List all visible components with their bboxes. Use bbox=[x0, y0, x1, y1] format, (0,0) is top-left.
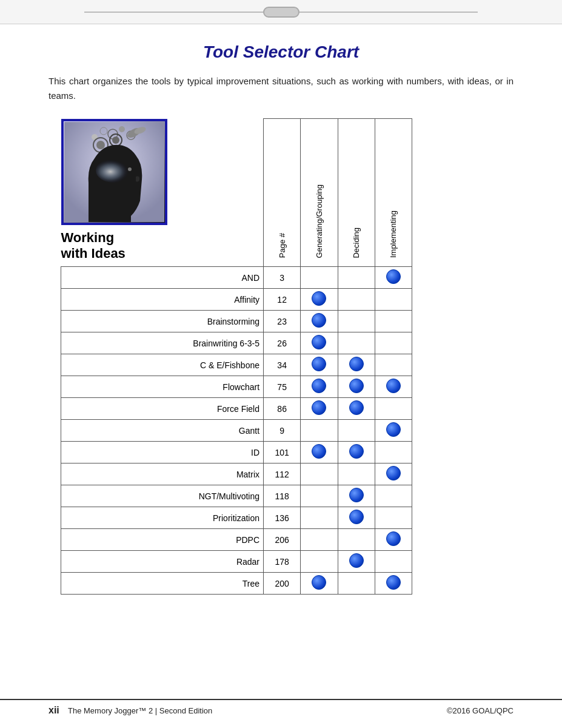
generating-cell bbox=[301, 442, 338, 463]
generating-cell bbox=[301, 332, 338, 354]
page-num-cell: 206 bbox=[264, 529, 301, 551]
tool-name-cell: AND bbox=[61, 267, 264, 289]
table-row: Radar178 bbox=[61, 551, 412, 573]
implementing-cell bbox=[375, 442, 412, 463]
implementing-cell bbox=[375, 463, 412, 485]
tool-name-cell: Tree bbox=[61, 573, 264, 595]
tool-name-cell: Affinity bbox=[61, 289, 264, 311]
table-row: ID101 bbox=[61, 442, 412, 463]
blue-dot bbox=[386, 379, 401, 393]
tool-name-cell: ID bbox=[61, 442, 264, 463]
deciding-cell bbox=[338, 485, 375, 507]
blue-dot bbox=[349, 379, 364, 393]
page-num-cell: 101 bbox=[264, 442, 301, 463]
footer-copyright: ©2016 GOAL/QPC bbox=[447, 706, 513, 715]
blue-dot bbox=[349, 444, 364, 459]
deciding-cell bbox=[338, 289, 375, 311]
tool-name-cell: Force Field bbox=[61, 398, 264, 420]
generating-cell bbox=[301, 420, 338, 442]
blue-dot bbox=[312, 357, 326, 371]
deciding-cell bbox=[338, 311, 375, 332]
col-header-implementing: Implementing bbox=[375, 119, 412, 267]
deciding-cell bbox=[338, 420, 375, 442]
blue-dot bbox=[312, 575, 326, 590]
page-num-cell: 86 bbox=[264, 398, 301, 420]
implementing-cell bbox=[375, 485, 412, 507]
svg-point-9 bbox=[112, 136, 119, 144]
working-with-ideas-label: Working with Ideas bbox=[61, 225, 129, 267]
blue-dot bbox=[312, 335, 326, 349]
blue-dot bbox=[386, 531, 401, 546]
generating-cell bbox=[301, 354, 338, 376]
header-main-cell: Working with Ideas bbox=[61, 119, 264, 267]
blue-dot bbox=[386, 269, 401, 284]
table-row: Matrix112 bbox=[61, 463, 412, 485]
generating-cell bbox=[301, 507, 338, 529]
page-container: Tool Selector Chart This chart organizes… bbox=[0, 0, 562, 728]
table-row: Flowchart75 bbox=[61, 376, 412, 398]
blue-dot bbox=[312, 313, 326, 328]
blue-dot bbox=[386, 466, 401, 480]
col-header-generating: Generating/Grouping bbox=[301, 119, 338, 267]
blue-dot bbox=[312, 379, 326, 393]
page-footer: xii The Memory Jogger™ 2 | Second Editio… bbox=[0, 699, 562, 716]
blue-dot bbox=[349, 510, 364, 524]
deciding-cell bbox=[338, 529, 375, 551]
footer-page-number: xii bbox=[49, 705, 59, 715]
table-row: Prioritization136 bbox=[61, 507, 412, 529]
content-area: Tool Selector Chart This chart organizes… bbox=[0, 24, 562, 631]
deciding-cell bbox=[338, 463, 375, 485]
generating-cell bbox=[301, 398, 338, 420]
table-row: Brainstorming23 bbox=[61, 311, 412, 332]
svg-point-14 bbox=[128, 167, 132, 171]
tool-name-cell: Radar bbox=[61, 551, 264, 573]
generating-cell bbox=[301, 267, 338, 289]
deciding-cell bbox=[338, 573, 375, 595]
header-row: Working with Ideas Page # Generating/Gro… bbox=[61, 119, 412, 267]
blue-dot bbox=[349, 553, 364, 568]
page-num-cell: 9 bbox=[264, 420, 301, 442]
blue-dot bbox=[312, 291, 326, 306]
blue-dot bbox=[349, 357, 364, 371]
page-num-cell: 12 bbox=[264, 289, 301, 311]
table-body: AND3Affinity12Brainstorming23Brainwritin… bbox=[61, 267, 412, 595]
tool-name-cell: C & E/Fishbone bbox=[61, 354, 264, 376]
chart-wrapper: Working with Ideas Page # Generating/Gro… bbox=[61, 118, 513, 595]
tool-name-cell: Matrix bbox=[61, 463, 264, 485]
table-row: PDPC206 bbox=[61, 529, 412, 551]
tool-name-cell: Gantt bbox=[61, 420, 264, 442]
implementing-cell bbox=[375, 376, 412, 398]
footer-book-title: The Memory Jogger™ 2 | Second Edition bbox=[68, 706, 212, 715]
binding-clasp bbox=[263, 7, 299, 18]
intro-text: This chart organizes the tools by typica… bbox=[49, 74, 513, 103]
svg-point-2 bbox=[119, 126, 125, 132]
deciding-cell bbox=[338, 267, 375, 289]
page-num-cell: 75 bbox=[264, 376, 301, 398]
generating-cell bbox=[301, 485, 338, 507]
implementing-cell bbox=[375, 267, 412, 289]
deciding-cell bbox=[338, 442, 375, 463]
deciding-cell bbox=[338, 354, 375, 376]
tool-name-cell: Brainwriting 6-3-5 bbox=[61, 332, 264, 354]
implementing-cell bbox=[375, 573, 412, 595]
page-num-cell: 178 bbox=[264, 551, 301, 573]
implementing-cell bbox=[375, 398, 412, 420]
page-num-cell: 3 bbox=[264, 267, 301, 289]
page-num-cell: 118 bbox=[264, 485, 301, 507]
table-row: C & E/Fishbone34 bbox=[61, 354, 412, 376]
top-binding bbox=[0, 0, 562, 24]
implementing-cell bbox=[375, 289, 412, 311]
page-num-cell: 136 bbox=[264, 507, 301, 529]
svg-rect-12 bbox=[105, 212, 124, 222]
deciding-cell bbox=[338, 507, 375, 529]
tool-name-cell: Flowchart bbox=[61, 376, 264, 398]
table-row: Gantt9 bbox=[61, 420, 412, 442]
brain-illustration bbox=[64, 122, 164, 222]
tool-name-cell: Prioritization bbox=[61, 507, 264, 529]
blue-dot bbox=[386, 422, 401, 437]
blue-dot bbox=[349, 400, 364, 415]
implementing-cell bbox=[375, 332, 412, 354]
generating-cell bbox=[301, 311, 338, 332]
implementing-cell bbox=[375, 507, 412, 529]
table-row: NGT/Multivoting118 bbox=[61, 485, 412, 507]
